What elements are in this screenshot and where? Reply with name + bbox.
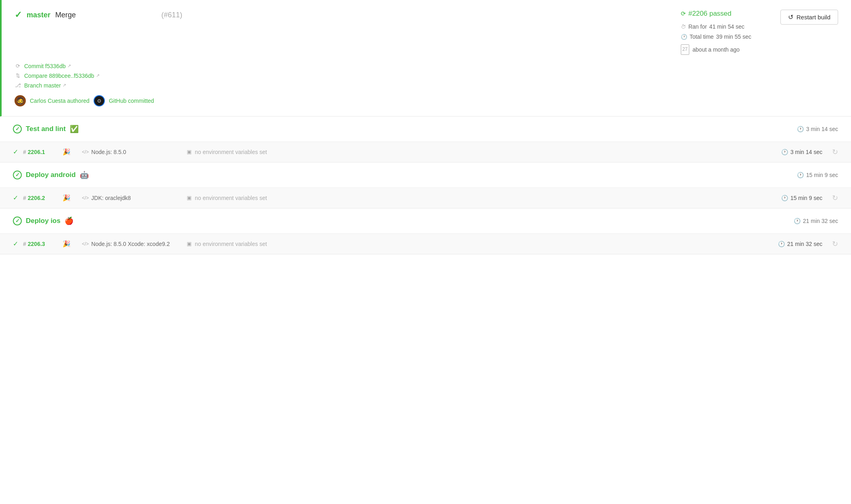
stage-header-deploy-ios: ✓ Deploy ios 🍎 🕐 21 min 32 sec xyxy=(0,208,851,233)
compare-icon: ⇅ xyxy=(15,73,21,79)
lang-code-icon-deploy-ios-0: </> xyxy=(82,241,89,247)
commit-link[interactable]: Commit f5336db ↗ xyxy=(24,63,71,69)
job-time-deploy-ios-0: 🕐 21 min 32 sec xyxy=(778,241,822,247)
job-refresh-icon-deploy-ios-0[interactable]: ↻ xyxy=(832,240,838,248)
merge-action: Merge xyxy=(55,11,76,19)
stage-duration-deploy-android: 15 min 9 sec xyxy=(806,172,838,178)
build-status-block: ⟳ #2206 passed ⏱ Ran for 41 min 54 sec 🕐… xyxy=(681,10,751,55)
stage-header-test-lint: ✓ Test and lint ✅ 🕐 3 min 14 sec xyxy=(0,117,851,142)
author-avatar: 🧔 xyxy=(15,95,26,106)
job-env-vars-deploy-android-0: ▣ no environment variables set xyxy=(187,195,781,201)
date-row: 27 about a month ago xyxy=(681,44,751,55)
compare-link[interactable]: Compare 889bcee..f5336db ↗ xyxy=(24,73,100,79)
hash-symbol-deploy-ios-0: # xyxy=(23,241,26,247)
ran-for-row: ⏱ Ran for 41 min 54 sec xyxy=(681,22,751,32)
stage-emoji-deploy-android: 🤖 xyxy=(80,171,89,179)
job-clock-icon-test-lint-0: 🕐 xyxy=(781,149,788,155)
lang-value-deploy-android-0: JDK: oraclejdk8 xyxy=(91,195,131,201)
stage-clock-icon-deploy-ios: 🕐 xyxy=(794,218,801,224)
external-link-icon-2: ↗ xyxy=(96,73,100,78)
lang-value-test-lint-0: Node.js: 8.5.0 xyxy=(91,149,126,155)
stage-title-deploy-ios: ✓ Deploy ios 🍎 xyxy=(13,217,73,225)
job-env-vars-deploy-ios-0: ▣ no environment variables set xyxy=(187,241,778,247)
job-num-value-test-lint-0: 2206.1 xyxy=(28,149,45,155)
status-flow-icon: ⟳ xyxy=(681,10,686,17)
restart-build-button[interactable]: ↺ Restart build xyxy=(780,10,838,25)
stage-title-test-lint: ✓ Test and lint ✅ xyxy=(13,125,79,133)
job-number-deploy-android-0: # 2206.2 xyxy=(23,195,59,201)
hash-symbol-test-lint-0: # xyxy=(23,149,26,155)
env-vars-text-deploy-ios-0: no environment variables set xyxy=(195,241,267,247)
job-duration-deploy-ios-0: 21 min 32 sec xyxy=(787,241,822,247)
build-header: ✓ master Merge (#611) ⟳ #2206 passed ⏱ R… xyxy=(0,0,851,117)
env-vars-text-test-lint-0: no environment variables set xyxy=(195,149,267,155)
stage-test-lint: ✓ Test and lint ✅ 🕐 3 min 14 sec ✓ # 220… xyxy=(0,117,851,162)
stage-check-icon-deploy-ios: ✓ xyxy=(13,217,22,225)
author-name: Carlos Cuesta authored xyxy=(30,98,90,104)
ran-for-time: 41 min 54 sec xyxy=(709,22,745,32)
github-avatar: ⊙ xyxy=(94,95,105,106)
external-link-icon-1: ↗ xyxy=(67,63,71,69)
stage-deploy-android: ✓ Deploy android 🤖 🕐 15 min 9 sec ✓ # 22… xyxy=(0,162,851,208)
compare-label: Compare 889bcee..f5336db xyxy=(24,73,94,79)
stage-header-deploy-android: ✓ Deploy android 🤖 🕐 15 min 9 sec xyxy=(0,162,851,187)
branch-label: Branch master xyxy=(24,82,61,89)
stage-deploy-ios: ✓ Deploy ios 🍎 🕐 21 min 32 sec ✓ # 2206.… xyxy=(0,208,851,254)
stage-clock-icon-test-lint: 🕐 xyxy=(797,126,804,132)
stage-emoji-test-lint: ✅ xyxy=(70,125,79,133)
stage-time-deploy-android: 🕐 15 min 9 sec xyxy=(797,172,838,178)
lang-code-icon-test-lint-0: </> xyxy=(82,149,89,155)
header-meta: ⟳ Commit f5336db ↗ ⇅ Compare 889bcee..f5… xyxy=(15,63,838,106)
compare-row: ⇅ Compare 889bcee..f5336db ↗ xyxy=(15,73,838,79)
stage-time-test-lint: 🕐 3 min 14 sec xyxy=(797,126,838,132)
env-vars-text-deploy-android-0: no environment variables set xyxy=(195,195,267,201)
job-row-test-lint-0[interactable]: ✓ # 2206.1 🎉 </> Node.js: 8.5.0 ▣ no env… xyxy=(0,142,851,162)
branch-row: ⎇ Branch master ↗ xyxy=(15,82,838,89)
pr-number: (#611) xyxy=(161,11,182,19)
commit-icon: ⟳ xyxy=(15,63,21,69)
total-time-row: 🕐 Total time 39 min 55 sec xyxy=(681,32,751,42)
job-clock-icon-deploy-ios-0: 🕐 xyxy=(778,241,785,247)
stage-time-deploy-ios: 🕐 21 min 32 sec xyxy=(794,218,838,224)
stage-emoji-deploy-ios: 🍎 xyxy=(65,217,73,225)
branch-name: master xyxy=(27,11,50,19)
clock-icon-2: 🕐 xyxy=(681,32,687,42)
stage-duration-deploy-ios: 21 min 32 sec xyxy=(803,218,838,224)
job-row-deploy-ios-0[interactable]: ✓ # 2206.3 🎉 </> Node.js: 8.5.0 Xcode: x… xyxy=(0,233,851,254)
job-env-icon-deploy-android-0: 🎉 xyxy=(63,194,71,202)
env-box-icon-test-lint-0: ▣ xyxy=(187,149,192,155)
commit-label: Commit f5336db xyxy=(24,63,66,69)
hash-symbol-deploy-android-0: # xyxy=(23,195,26,201)
job-number-deploy-ios-0: # 2206.3 xyxy=(23,241,59,247)
env-box-icon-deploy-ios-0: ▣ xyxy=(187,241,192,247)
committed-by: GitHub committed xyxy=(109,98,154,104)
job-refresh-icon-test-lint-0[interactable]: ↻ xyxy=(832,148,838,156)
job-check-icon-test-lint-0: ✓ xyxy=(13,148,18,156)
commit-row: ⟳ Commit f5336db ↗ xyxy=(15,63,838,69)
total-time-label: Total time xyxy=(690,32,714,42)
restart-icon: ↺ xyxy=(788,13,793,21)
clock-icon-1: ⏱ xyxy=(681,22,686,31)
external-link-icon-3: ↗ xyxy=(63,83,66,88)
restart-label: Restart build xyxy=(797,14,830,21)
total-time-value: 39 min 55 sec xyxy=(716,32,751,42)
env-box-icon-deploy-android-0: ▣ xyxy=(187,195,192,201)
date-label: about a month ago xyxy=(692,45,740,55)
branch-link[interactable]: Branch master ↗ xyxy=(24,82,66,89)
job-row-deploy-android-0[interactable]: ✓ # 2206.2 🎉 </> JDK: oraclejdk8 ▣ no en… xyxy=(0,187,851,208)
build-number-status: #2206 passed xyxy=(688,10,732,18)
calendar-icon: 27 xyxy=(681,44,689,55)
stage-check-icon-deploy-android: ✓ xyxy=(13,171,22,179)
job-language-test-lint-0: </> Node.js: 8.5.0 xyxy=(82,149,171,155)
build-check-icon: ✓ xyxy=(15,10,22,20)
stage-title-deploy-android: ✓ Deploy android 🤖 xyxy=(13,171,89,179)
lang-code-icon-deploy-android-0: </> xyxy=(82,195,89,201)
branch-icon: ⎇ xyxy=(15,82,21,88)
job-refresh-icon-deploy-android-0[interactable]: ↻ xyxy=(832,194,838,202)
job-clock-icon-deploy-android-0: 🕐 xyxy=(781,195,788,201)
build-times: ⏱ Ran for 41 min 54 sec 🕐 Total time 39 … xyxy=(681,22,751,55)
stage-duration-test-lint: 3 min 14 sec xyxy=(806,126,838,132)
job-num-value-deploy-ios-0: 2206.3 xyxy=(28,241,45,247)
header-top: ✓ master Merge (#611) ⟳ #2206 passed ⏱ R… xyxy=(15,10,838,55)
job-env-icon-test-lint-0: 🎉 xyxy=(63,148,71,156)
